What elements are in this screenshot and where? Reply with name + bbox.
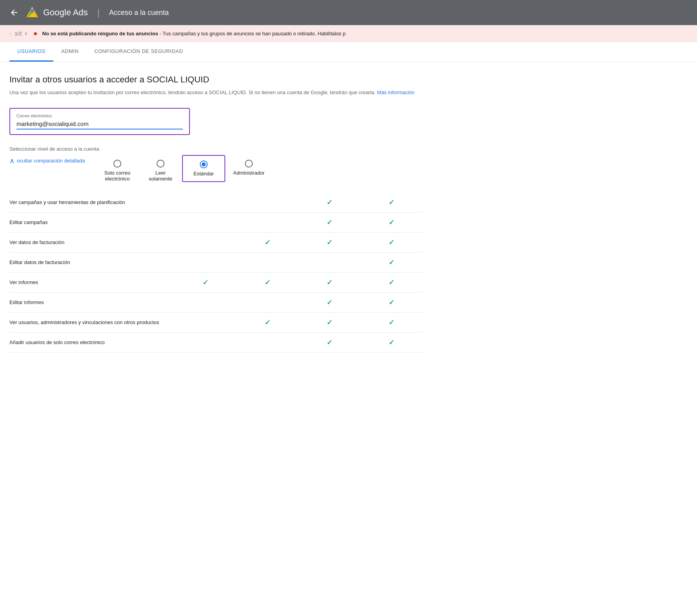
- check-icon: ✓: [265, 239, 270, 246]
- prev-page-button[interactable]: ‹: [8, 29, 13, 38]
- next-page-button[interactable]: ›: [23, 29, 28, 38]
- back-button[interactable]: [9, 8, 19, 17]
- permission-label: Ver usuarios, administradores y vinculac…: [9, 312, 175, 332]
- check-icon: ✓: [265, 319, 270, 326]
- permission-cell-admin: ✓: [360, 332, 422, 352]
- permission-cell-leer: [237, 212, 299, 232]
- invite-title: Invitar a otros usuarios a acceder a SOC…: [9, 75, 422, 85]
- access-level-label: Seleccionar nivel de acceso a la cuenta: [9, 146, 99, 152]
- permission-label: Ver datos de facturación: [9, 232, 175, 252]
- permission-cell-solo_correo: [175, 212, 237, 232]
- check-icon: ✓: [327, 239, 332, 246]
- check-icon: ✓: [327, 319, 332, 326]
- permission-cell-leer: ✓: [237, 312, 299, 332]
- permission-cell-estandar: ✓: [298, 272, 360, 292]
- permission-cell-leer: ✓: [237, 272, 299, 292]
- error-icon: ●: [33, 29, 38, 38]
- radio-option-estandar[interactable]: Estándar: [182, 155, 225, 182]
- tab-seguridad[interactable]: CONFIGURACIÓN DE SEGURIDAD: [86, 42, 191, 62]
- permission-cell-admin: ✓: [360, 312, 422, 332]
- page-count: 1/2: [15, 31, 22, 36]
- table-row: Añadir usuarios de solo correo electróni…: [9, 332, 422, 352]
- permission-cell-solo_correo: [175, 232, 237, 252]
- permission-cell-estandar: ✓: [298, 292, 360, 312]
- table-row: Editar informes✓✓: [9, 292, 422, 312]
- permission-cell-admin: ✓: [360, 292, 422, 312]
- table-row: Ver informes✓✓✓✓: [9, 272, 422, 292]
- permission-cell-estandar: [298, 252, 360, 272]
- check-icon: ✓: [327, 199, 332, 206]
- radio-label-estandar: Estándar: [193, 171, 214, 177]
- invite-description-text: Una vez que los usuarios acepten tu invi…: [9, 89, 377, 95]
- email-input-container: Correo electrónico: [9, 108, 190, 135]
- check-icon: ✓: [389, 259, 394, 266]
- permissions-table: Ver campañas y usar herramientas de plan…: [9, 193, 422, 353]
- check-icon: ✓: [389, 339, 394, 346]
- permission-cell-admin: ✓: [360, 272, 422, 292]
- permission-cell-solo_correo: [175, 292, 237, 312]
- pagination: ‹ 1/2 ›: [8, 29, 29, 38]
- permission-cell-admin: ✓: [360, 232, 422, 252]
- radio-label-leer: Leersolamente: [149, 170, 172, 182]
- more-info-link[interactable]: Más información: [377, 89, 414, 95]
- radio-label-solo-correo: Solo correoelectrónico: [104, 170, 130, 182]
- check-icon: ✓: [389, 279, 394, 286]
- permission-cell-solo_correo: [175, 252, 237, 272]
- radio-option-leer[interactable]: Leersolamente: [139, 155, 182, 186]
- permission-label: Añadir usuarios de solo correo electróni…: [9, 332, 175, 352]
- table-row: Ver campañas y usar herramientas de plan…: [9, 193, 422, 213]
- table-row: Ver usuarios, administradores y vinculac…: [9, 312, 422, 332]
- table-row: Editar campañas✓✓: [9, 212, 422, 232]
- check-icon: ✓: [389, 199, 394, 206]
- radio-option-solo-correo[interactable]: Solo correoelectrónico: [96, 155, 139, 186]
- tab-usuarios[interactable]: USUARIOS: [9, 42, 53, 62]
- toggle-details-link[interactable]: ocultar comparación detallada: [17, 158, 85, 164]
- radio-option-administrador[interactable]: Administrador: [225, 155, 272, 180]
- notification-rest: - Tus campañas y tus grupos de anuncios …: [158, 31, 346, 36]
- radio-btn-administrador[interactable]: [245, 160, 253, 168]
- permission-cell-leer: [237, 252, 299, 272]
- page-title: Acceso a la cuenta: [109, 9, 169, 17]
- permission-cell-estandar: ✓: [298, 232, 360, 252]
- invite-description: Una vez que los usuarios acepten tu invi…: [9, 89, 422, 97]
- notification-bar: ‹ 1/2 › ● No se está publicando ninguno …: [0, 25, 697, 42]
- radio-btn-estandar[interactable]: [200, 160, 208, 168]
- google-ads-logo: Google Ads: [25, 5, 88, 20]
- toggle-chevron-icon[interactable]: ∧: [9, 157, 15, 165]
- check-icon: ✓: [265, 279, 270, 286]
- permission-cell-estandar: ✓: [298, 332, 360, 352]
- permission-label: Editar datos de facturación: [9, 252, 175, 272]
- permission-label: Editar informes: [9, 292, 175, 312]
- radio-btn-leer[interactable]: [157, 160, 164, 168]
- permission-cell-leer: [237, 292, 299, 312]
- permission-label: Ver campañas y usar herramientas de plan…: [9, 193, 175, 213]
- check-icon: ✓: [389, 239, 394, 246]
- permission-cell-leer: [237, 332, 299, 352]
- radio-options-group: Solo correoelectrónico Leersolamente Est…: [96, 155, 272, 186]
- tab-admin[interactable]: ADMIN: [53, 42, 86, 62]
- table-row: Editar datos de facturación✓: [9, 252, 422, 272]
- radio-label-administrador: Administrador: [233, 170, 265, 176]
- permission-cell-solo_correo: [175, 193, 237, 213]
- email-field[interactable]: [16, 120, 183, 129]
- permission-cell-admin: ✓: [360, 193, 422, 213]
- check-icon: ✓: [327, 299, 332, 306]
- email-label: Correo electrónico: [16, 113, 183, 118]
- permission-cell-solo_correo: [175, 312, 237, 332]
- permission-cell-admin: ✓: [360, 212, 422, 232]
- permission-label: Editar campañas: [9, 212, 175, 232]
- check-icon: ✓: [389, 299, 394, 306]
- permission-cell-estandar: ✓: [298, 193, 360, 213]
- permission-label: Ver informes: [9, 272, 175, 292]
- main-content: Invitar a otros usuarios a acceder a SOC…: [0, 62, 432, 375]
- permission-cell-solo_correo: [175, 332, 237, 352]
- permission-cell-estandar: ✓: [298, 212, 360, 232]
- permission-cell-admin: ✓: [360, 252, 422, 272]
- app-header: Google Ads | Acceso a la cuenta: [0, 0, 697, 25]
- permission-cell-estandar: ✓: [298, 312, 360, 332]
- check-icon: ✓: [203, 279, 208, 286]
- check-icon: ✓: [389, 219, 394, 226]
- table-row: Ver datos de facturación✓✓✓: [9, 232, 422, 252]
- notification-bold: No se está publicando ninguno de tus anu…: [42, 31, 158, 36]
- radio-btn-solo-correo[interactable]: [113, 160, 121, 168]
